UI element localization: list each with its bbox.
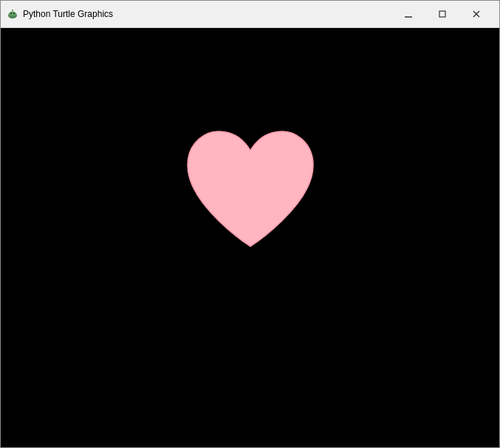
window-controls [391, 1, 493, 28]
title-bar: Python Turtle Graphics [1, 1, 499, 28]
svg-point-2 [10, 13, 12, 14]
app-icon [7, 8, 18, 20]
app-window: Python Turtle Graphics [0, 0, 500, 448]
close-button[interactable] [459, 1, 493, 28]
window-title: Python Turtle Graphics [23, 9, 391, 19]
svg-rect-6 [439, 11, 445, 17]
turtle-canvas [1, 28, 499, 447]
heart-drawing [173, 117, 328, 268]
svg-point-1 [9, 12, 16, 17]
maximize-button[interactable] [425, 1, 459, 28]
svg-point-3 [13, 13, 15, 14]
minimize-button[interactable] [391, 1, 425, 28]
